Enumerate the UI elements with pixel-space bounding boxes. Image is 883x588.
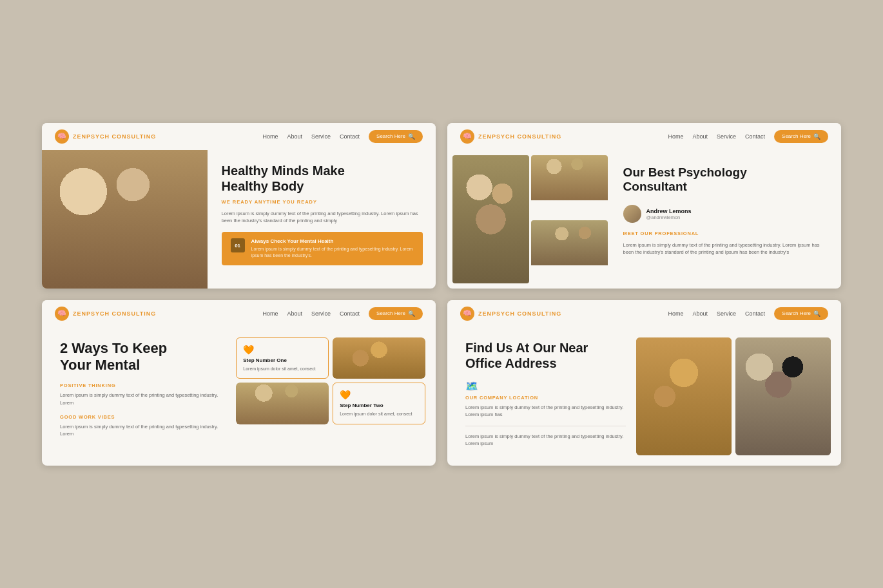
ps-tall-1 — [452, 155, 529, 283]
nav-about-3[interactable]: About — [287, 310, 303, 317]
slide-4-headline: Find Us At Our Near Office Address — [465, 340, 626, 371]
slide-4-body-1: Lorem ipsum is simply dummy text of the … — [465, 404, 626, 419]
slide-2-img-2 — [531, 155, 608, 218]
slide-1-content: Healthy Minds Make Healthy Body WE READY… — [42, 150, 436, 289]
nav-contact-1[interactable]: Contact — [340, 133, 360, 140]
ps-office-2 — [735, 337, 831, 455]
slide-1-tagline: WE READY ANYTIME YOU READY — [222, 199, 423, 205]
logo-icon-1: 🧠 — [55, 129, 69, 144]
slide-4-body-2: Lorem ipsum is simply dummy text of the … — [465, 433, 626, 448]
nav-home-1[interactable]: Home — [262, 133, 278, 140]
ps-office-1 — [636, 337, 732, 455]
consultant-info: Andrew Lemons @andrewlemon — [646, 208, 692, 220]
nav-contact-2[interactable]: Contact — [745, 133, 765, 140]
ps-sm-2 — [531, 220, 608, 265]
step-card-2: 🧡 Step Number Two Lorem ipsum dolor sit … — [333, 383, 425, 424]
navbar-2: 🧠 ZENPSYCH CONSULTING Home About Service… — [447, 123, 841, 150]
search-btn-label-2: Search Here — [782, 133, 811, 139]
slide-2-body: Lorem ipsum is simply dummy text of the … — [623, 242, 828, 256]
search-button-1[interactable]: Search Here 🔍 — [369, 130, 423, 143]
slide-3-content: 2 Ways To Keep Your Mental POSITIVE THIN… — [42, 327, 436, 466]
slide-1: 🧠 ZENPSYCH CONSULTING Home About Service… — [42, 123, 436, 289]
slide-4-images — [636, 327, 841, 466]
slide-1-text: Healthy Minds Make Healthy Body WE READY… — [208, 150, 436, 289]
navbar-4: 🧠 ZENPSYCH CONSULTING Home About Service… — [447, 300, 841, 327]
search-btn-label-1: Search Here — [376, 133, 405, 139]
nav-about-1[interactable]: About — [287, 133, 303, 140]
section-body-gw: Lorem ipsum is simply dummy text of the … — [60, 423, 220, 438]
slide-1-headline: Healthy Minds Make Healthy Body — [222, 163, 423, 194]
slide-3: 🧠 ZENPSYCH CONSULTING Home About Service… — [42, 300, 436, 466]
nav-links-1: Home About Service Contact Search Here 🔍 — [262, 130, 423, 143]
consultant-name: Andrew Lemons — [646, 208, 692, 214]
nav-service-2[interactable]: Service — [717, 133, 736, 140]
slide-4-text: Find Us At Our Near Office Address 🗺️ OU… — [447, 327, 636, 466]
slide-2: 🧠 ZENPSYCH CONSULTING Home About Service… — [447, 123, 841, 289]
step-title-2: Step Number Two — [340, 403, 418, 408]
nav-links-4: Home About Service Contact Search Here 🔍 — [668, 307, 828, 320]
navbar-1: 🧠 ZENPSYCH CONSULTING Home About Service… — [42, 123, 436, 150]
office-image-2 — [735, 337, 831, 455]
nav-service-4[interactable]: Service — [717, 310, 736, 317]
consultant-avatar — [623, 205, 641, 223]
slide-2-content: Our Best Psychology Consultant Andrew Le… — [447, 150, 841, 289]
nav-home-4[interactable]: Home — [668, 310, 683, 317]
slide-4: 🧠 ZENPSYCH CONSULTING Home About Service… — [447, 300, 841, 466]
step-image-2 — [236, 383, 329, 424]
consultant-handle: @andrewlemon — [646, 214, 692, 220]
nav-contact-3[interactable]: Contact — [340, 310, 360, 317]
logo-icon-4: 🧠 — [460, 307, 474, 321]
step-title-1: Step Number One — [243, 357, 322, 363]
map-icon: 🗺️ — [465, 380, 626, 392]
logo-icon-3: 🧠 — [55, 307, 69, 321]
search-icon-1: 🔍 — [408, 133, 415, 140]
ps-step-1 — [333, 337, 425, 379]
ps-sm-1 — [531, 155, 608, 200]
slide-3-headline: 2 Ways To Keep Your Mental — [60, 340, 220, 374]
step-body-2: Lorem ipsum dolor sit amet, consect — [340, 411, 418, 417]
consultant-row: Andrew Lemons @andrewlemon — [623, 205, 828, 223]
nav-home-2[interactable]: Home — [668, 133, 683, 140]
slide-2-text: Our Best Psychology Consultant Andrew Le… — [613, 150, 841, 289]
search-btn-label-3: Search Here — [376, 310, 405, 316]
meet-label: MEET OUR PROFESSIONAL — [623, 231, 828, 236]
logo-4: 🧠 ZENPSYCH CONSULTING — [460, 307, 561, 321]
slide-3-steps: 🧡 Step Number One Lorem ipsum dolor sit … — [231, 327, 436, 435]
slide-2-img-1 — [452, 155, 529, 283]
nav-links-2: Home About Service Contact Search Here 🔍 — [668, 130, 828, 143]
nav-about-2[interactable]: About — [693, 133, 708, 140]
search-btn-label-4: Search Here — [782, 310, 811, 316]
search-icon-4: 🔍 — [813, 310, 820, 317]
ps-step-2 — [236, 383, 329, 424]
hero-scene-1 — [42, 150, 208, 289]
step-icon-2: 🧡 — [340, 390, 418, 400]
search-button-3[interactable]: Search Here 🔍 — [369, 307, 423, 320]
slide-1-image — [42, 150, 208, 289]
section-label-gw: GOOD WORK VIBES — [60, 414, 220, 420]
nav-contact-4[interactable]: Contact — [745, 310, 765, 317]
slide-3-text: 2 Ways To Keep Your Mental POSITIVE THIN… — [42, 327, 231, 456]
logo-icon-2: 🧠 — [460, 129, 474, 144]
feature-body: Lorem ipsum is simply dummy text of the … — [251, 246, 414, 259]
slide-2-headline: Our Best Psychology Consultant — [623, 166, 828, 195]
feature-number: 01 — [231, 238, 245, 252]
nav-home-3[interactable]: Home — [262, 310, 278, 317]
feature-title: Always Check Your Mental Health — [251, 238, 414, 244]
search-button-2[interactable]: Search Here 🔍 — [774, 130, 828, 143]
step-icon-1: 🧡 — [243, 345, 322, 355]
nav-service-3[interactable]: Service — [311, 310, 331, 317]
location-label: OUR COMPANY LOCATION — [465, 395, 626, 401]
step-image-1 — [333, 337, 425, 379]
slide-1-body: Lorem ipsum is simply dummy text of the … — [222, 210, 423, 225]
section-label-pt: POSITIVE THINKING — [60, 383, 220, 388]
nav-about-4[interactable]: About — [693, 310, 708, 317]
search-button-4[interactable]: Search Here 🔍 — [774, 307, 828, 320]
feature-box-1: 01 Always Check Your Mental Health Lorem… — [222, 232, 423, 265]
brand-name-1: ZENPSYCH CONSULTING — [73, 133, 156, 140]
step-body-1: Lorem ipsum dolor sit amet, consect — [243, 366, 322, 372]
nav-links-3: Home About Service Contact Search Here 🔍 — [262, 307, 423, 320]
nav-service-1[interactable]: Service — [311, 133, 331, 140]
step-card-1: 🧡 Step Number One Lorem ipsum dolor sit … — [236, 337, 329, 379]
brand-name-2: ZENPSYCH CONSULTING — [478, 133, 561, 140]
section-body-pt: Lorem ipsum is simply dummy text of the … — [60, 392, 220, 406]
